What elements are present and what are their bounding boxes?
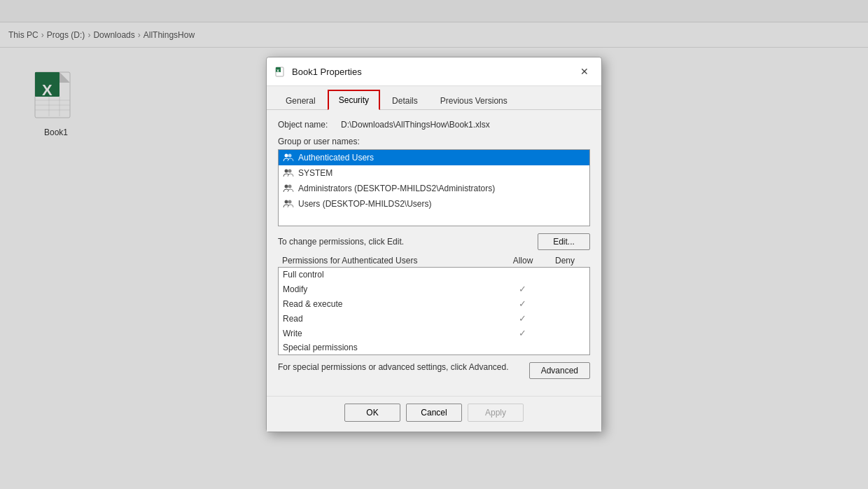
dialog-title-text: Book1 Properties	[292, 67, 362, 77]
permissions-for-label: Permissions for Authenticated Users	[282, 256, 502, 266]
tab-general[interactable]: General	[275, 91, 326, 110]
tab-security[interactable]: Security	[328, 90, 380, 110]
perm-row-special: Special permissions	[279, 340, 589, 354]
apply-button[interactable]: Apply	[468, 404, 524, 422]
perm-row-read: Read ✓	[279, 311, 589, 326]
perm-row-write: Write ✓	[279, 326, 589, 340]
advanced-row: For special permissions or advanced sett…	[278, 362, 590, 379]
object-name-label: Object name:	[278, 120, 341, 130]
perm-allow-check: ✓	[501, 284, 543, 294]
user-group-icon	[283, 198, 294, 209]
user-group-icon	[283, 167, 294, 179]
svg-point-18	[285, 200, 288, 204]
dialog-body: Object name: D:\Downloads\AllThingsHow\B…	[267, 110, 601, 396]
user-group-icon	[283, 152, 294, 163]
cancel-button[interactable]: Cancel	[406, 404, 462, 422]
user-name: SYSTEM	[298, 168, 332, 178]
dialog-footer: OK Cancel Apply	[267, 396, 601, 432]
perm-name: Read & execute	[283, 299, 501, 309]
ok-button[interactable]: OK	[344, 404, 400, 422]
perm-allow-check: ✓	[501, 313, 543, 324]
dialog-title-icon: X	[275, 66, 286, 77]
perm-row-modify: Modify ✓	[279, 282, 589, 296]
user-name: Authenticated Users	[298, 153, 374, 163]
user-item-users[interactable]: Users (DESKTOP-MHILDS2\Users)	[279, 196, 589, 212]
svg-point-16	[285, 185, 288, 188]
tabs-bar: General Security Details Previous Versio…	[267, 86, 601, 110]
svg-point-19	[288, 200, 292, 204]
perm-name: Read	[283, 314, 501, 324]
svg-text:X: X	[276, 69, 279, 73]
svg-point-15	[288, 170, 292, 173]
perm-name: Full control	[283, 270, 501, 280]
svg-point-14	[285, 170, 288, 173]
user-name: Administrators (DESKTOP-MHILDS2\Administ…	[298, 184, 495, 193]
perm-name: Write	[283, 329, 501, 338]
perm-change-row: To change permissions, click Edit. Edit.…	[278, 233, 590, 250]
user-item-administrators[interactable]: Administrators (DESKTOP-MHILDS2\Administ…	[279, 181, 589, 196]
advanced-button[interactable]: Advanced	[529, 362, 590, 379]
svg-point-13	[288, 154, 292, 158]
modal-overlay: X Book1 Properties ✕ General Security De…	[0, 0, 868, 489]
users-list: Authenticated Users SYSTEM	[278, 149, 590, 226]
perm-row-read-execute: Read & execute ✓	[279, 296, 589, 311]
permissions-table: Full control Modify ✓ Read & execute ✓ R…	[278, 267, 590, 355]
object-name-row: Object name: D:\Downloads\AllThingsHow\B…	[278, 120, 590, 130]
user-name: Users (DESKTOP-MHILDS2\Users)	[298, 199, 431, 209]
perm-change-text: To change permissions, click Edit.	[278, 237, 404, 247]
perm-name: Modify	[283, 284, 501, 294]
svg-point-17	[288, 185, 292, 188]
edit-button[interactable]: Edit...	[538, 233, 590, 250]
advanced-text: For special permissions or advanced sett…	[278, 362, 522, 372]
tab-previous-versions[interactable]: Previous Versions	[430, 91, 518, 110]
tab-details[interactable]: Details	[382, 91, 428, 110]
allow-header: Allow	[502, 256, 544, 266]
user-item-authenticated[interactable]: Authenticated Users	[279, 150, 589, 165]
object-name-value: D:\Downloads\AllThingsHow\Book1.xlsx	[341, 120, 490, 130]
perm-name: Special permissions	[283, 343, 501, 352]
group-users-label: Group or user names:	[278, 137, 590, 146]
perm-allow-check: ✓	[501, 298, 543, 309]
dialog-close-button[interactable]: ✕	[576, 63, 593, 80]
dialog-titlebar: X Book1 Properties ✕	[267, 57, 601, 86]
permissions-header: Permissions for Authenticated Users Allo…	[278, 256, 590, 266]
svg-point-12	[285, 154, 288, 158]
deny-header: Deny	[544, 256, 586, 266]
user-item-system[interactable]: SYSTEM	[279, 165, 589, 181]
dialog-title-left: X Book1 Properties	[275, 66, 362, 77]
perm-allow-check: ✓	[501, 328, 543, 338]
perm-row-full-control: Full control	[279, 268, 589, 282]
user-group-icon	[283, 183, 294, 194]
properties-dialog: X Book1 Properties ✕ General Security De…	[266, 57, 602, 432]
